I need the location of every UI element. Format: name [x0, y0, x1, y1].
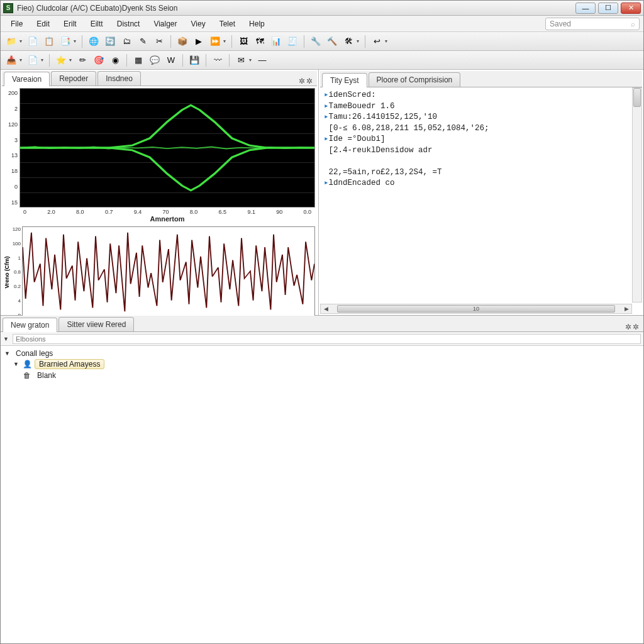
menu-eiltt[interactable]: Eiltt: [84, 18, 109, 30]
tool-cut-icon[interactable]: ✂: [152, 35, 166, 48]
chevron-down-icon[interactable]: ▾: [69, 57, 72, 63]
separator: [365, 35, 365, 48]
chevron-down-icon[interactable]: ▾: [249, 57, 252, 63]
separator: [231, 35, 232, 48]
tool-star-icon[interactable]: ⭐: [54, 53, 68, 67]
chevron-down-icon[interactable]: ▾: [74, 38, 76, 44]
tab-sitter-view[interactable]: Sitter viiew Rered: [58, 317, 134, 331]
separator: [182, 54, 183, 67]
tab-insdneo[interactable]: Insdneo: [97, 71, 141, 86]
tool-hammer-icon[interactable]: 🔨: [325, 35, 339, 48]
gear-icon[interactable]: ✲: [625, 323, 631, 331]
separator: [126, 54, 127, 67]
scroll-thumb[interactable]: [633, 88, 641, 107]
tool-dash-icon[interactable]: —: [255, 53, 269, 67]
tab-tity-eyst[interactable]: Tity Eyst: [322, 73, 367, 87]
app-icon: S: [3, 3, 13, 13]
tool-mail-icon[interactable]: ✉: [234, 53, 248, 67]
menu-vialger[interactable]: Vialger: [147, 18, 183, 30]
tool-open-icon[interactable]: 📁: [4, 35, 18, 48]
gear-icon[interactable]: ✲: [306, 77, 313, 86]
tool-inbox-icon[interactable]: 📥: [4, 53, 18, 67]
menu-erilt[interactable]: Erilt: [57, 18, 83, 30]
tree-item[interactable]: ▼ 👤 Brarnied Amayess: [13, 358, 640, 370]
menu-telet[interactable]: Telet: [213, 18, 242, 30]
tool-wrench-icon[interactable]: 🔧: [309, 35, 323, 48]
scroll-right-icon[interactable]: ▶: [621, 306, 631, 312]
tool-tools-icon[interactable]: 🛠: [341, 35, 355, 48]
content: Vareaion Repoder Insdneo ✲ ✲ 200: [1, 70, 643, 643]
tab-vareaion[interactable]: Vareaion: [4, 72, 50, 86]
filter-input[interactable]: [13, 334, 641, 344]
tool-play-icon[interactable]: ▶: [192, 35, 206, 48]
menu-edit[interactable]: Edit: [30, 18, 56, 30]
menu-distnct[interactable]: Distnct: [111, 18, 147, 30]
chevron-down-icon[interactable]: ▾: [19, 38, 22, 44]
tool-refresh-icon[interactable]: 🔄: [103, 35, 117, 48]
tool-chat-icon[interactable]: 💬: [148, 53, 162, 67]
tool-pencil-icon[interactable]: ✏: [75, 53, 89, 67]
tool-undo-icon[interactable]: ↩: [370, 35, 384, 48]
close-button[interactable]: ✕: [621, 3, 641, 14]
chevron-down-icon[interactable]: ▾: [19, 57, 22, 63]
tool-target-icon[interactable]: 🎯: [92, 53, 106, 67]
top-panes: Vareaion Repoder Insdneo ✲ ✲ 200: [1, 70, 643, 315]
gear-icon[interactable]: ✲: [633, 323, 639, 331]
search-box[interactable]: Saved ⌕: [545, 18, 640, 30]
code-pane[interactable]: ▸idenScred: ▸TameBouedr 1.6 ▸Tamu:26.141…: [320, 87, 642, 314]
left-tabstrip: Vareaion Repoder Insdneo ✲ ✲: [2, 71, 317, 86]
chevron-down-icon[interactable]: ▾: [385, 38, 387, 44]
tool-page-icon[interactable]: 📑: [58, 35, 72, 48]
tool-w-icon[interactable]: W: [164, 53, 178, 67]
tool-clip-icon[interactable]: 📋: [42, 35, 56, 48]
tool-doc2-icon[interactable]: 📄: [26, 53, 40, 67]
separator: [206, 54, 206, 67]
chart-pane: Vareaion Repoder Insdneo ✲ ✲ 200: [1, 70, 319, 315]
tree-label: Blank: [35, 371, 58, 380]
chevron-down-icon[interactable]: ▾: [357, 38, 359, 44]
collapse-icon[interactable]: ▼: [3, 336, 9, 342]
tab-repoder[interactable]: Repoder: [51, 71, 96, 86]
minimize-button[interactable]: —: [575, 3, 596, 14]
tool-doc-icon[interactable]: 📄: [26, 35, 40, 48]
tool-image-icon[interactable]: 🖼: [236, 35, 250, 48]
tree-root[interactable]: ▼ Conall legs: [4, 348, 640, 358]
menu-viey[interactable]: Viey: [185, 18, 212, 30]
filter-row: ▼: [1, 332, 643, 346]
tab-new-graton[interactable]: New graton: [3, 318, 57, 332]
scroll-thumb[interactable]: 10: [337, 305, 615, 313]
tool-chart-icon[interactable]: 📊: [269, 35, 283, 48]
scroll-left-icon[interactable]: ◀: [321, 306, 331, 312]
tool-map-icon[interactable]: 🗺: [253, 35, 267, 48]
tool-edit-icon[interactable]: ✎: [136, 35, 150, 48]
maximize-button[interactable]: ☐: [598, 3, 618, 14]
right-tabstrip: Tity Eyst Ploore of Comprisision: [320, 71, 642, 87]
tool-save-icon[interactable]: 💾: [187, 53, 201, 67]
tool-ff-icon[interactable]: ⏩: [208, 35, 222, 48]
expand-icon[interactable]: ▼: [4, 350, 11, 357]
expand-icon[interactable]: ▼: [13, 361, 19, 367]
tool-grid-icon[interactable]: ▦: [131, 53, 145, 67]
separator: [229, 54, 230, 67]
chart-lower-svg: [23, 227, 314, 319]
tool-pack-icon[interactable]: 📦: [175, 35, 189, 48]
menu-help[interactable]: Help: [243, 18, 271, 30]
tree-label: Conall legs: [13, 349, 55, 358]
menu-file[interactable]: File: [4, 18, 29, 30]
chart-lower[interactable]: [22, 226, 315, 319]
chevron-down-icon[interactable]: ▾: [223, 38, 226, 44]
separator: [304, 35, 304, 48]
tool-globe-icon[interactable]: 🌐: [87, 35, 101, 48]
tool-tabs-icon[interactable]: 🗂: [119, 35, 133, 48]
chevron-down-icon[interactable]: ▾: [41, 57, 43, 63]
chart-upper[interactable]: 200 2 120 3 13 18 0 15: [19, 88, 315, 208]
tool-record-icon[interactable]: ◉: [108, 53, 122, 67]
scrollbar-horizontal[interactable]: ◀ 10 ▶: [320, 304, 632, 314]
tab-ploore[interactable]: Ploore of Comprisision: [369, 72, 461, 87]
tree-item[interactable]: 🗑 Blank: [22, 370, 640, 381]
chart-lower-yaxis: 120 100 1 0.8 0.2 4 0: [11, 225, 22, 319]
tool-receipt-icon[interactable]: 🧾: [286, 35, 299, 48]
gear-icon[interactable]: ✲: [299, 77, 305, 86]
tool-wave-icon[interactable]: 〰: [211, 53, 225, 67]
scrollbar-vertical[interactable]: [632, 87, 642, 303]
